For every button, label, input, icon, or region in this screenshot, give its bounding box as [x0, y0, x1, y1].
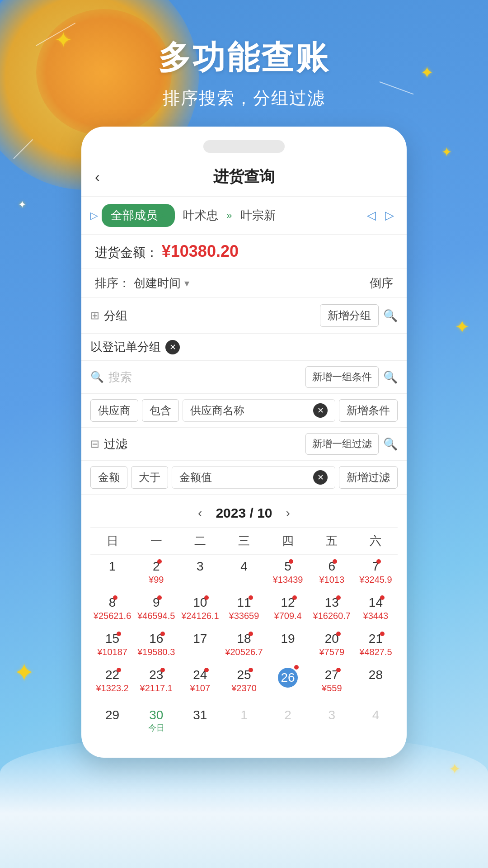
calendar-day[interactable]: 1	[90, 555, 134, 591]
next-member-button[interactable]: ▷	[381, 207, 398, 224]
day-amount: ¥7579	[319, 647, 344, 657]
calendar-day[interactable]: 11¥33659	[222, 591, 266, 627]
tab-member2[interactable]: 叶宗新	[236, 204, 280, 227]
condition-value-input[interactable]: 供应商名称 ✕	[183, 399, 335, 422]
phone-mockup: ‹ 进货查询 ▷ 全部成员 » 叶术忠 » 叶宗新 ◁ ▷ 进货金额： ¥103…	[81, 127, 407, 758]
day-dot	[160, 668, 165, 672]
all-members-label: 全部成员	[111, 208, 158, 223]
remove-group-tag-button[interactable]: ✕	[165, 340, 180, 354]
calendar-day[interactable]: 31	[178, 703, 222, 740]
day-number: 3	[328, 708, 335, 722]
calendar-day[interactable]: 7¥3245.9	[354, 555, 398, 591]
tab-all-members[interactable]: 全部成员 »	[102, 204, 175, 227]
calendar-day[interactable]: 8¥25621.6	[90, 591, 134, 627]
add-condition-group-button[interactable]: 新增一组条件	[305, 366, 379, 388]
day-number: 2	[153, 559, 160, 574]
star-icon-5: ✦	[455, 316, 470, 337]
day-number: 28	[369, 668, 383, 682]
group-search-icon[interactable]: 🔍	[383, 309, 398, 323]
calendar-day[interactable]: 9¥46594.5	[134, 591, 178, 627]
calendar-day[interactable]: 3	[178, 555, 222, 591]
day-dot	[292, 595, 297, 600]
back-button[interactable]: ‹	[95, 169, 100, 185]
day-number: 12	[281, 595, 295, 610]
day-amount: ¥20526.7	[225, 647, 263, 657]
calendar-day[interactable]: 4	[222, 555, 266, 591]
add-condition-button[interactable]: 新增条件	[339, 399, 398, 422]
calendar-day[interactable]: 6¥1013	[310, 555, 354, 591]
calendar-day[interactable]: 25¥2370	[222, 663, 266, 703]
prev-member-button[interactable]: ◁	[363, 207, 380, 224]
calendar-day[interactable]: 1	[222, 703, 266, 740]
day-number: 26	[278, 668, 298, 688]
filter-search-icon[interactable]: 🔍	[383, 437, 398, 451]
calendar-day[interactable]: 28	[354, 663, 398, 703]
remove-filter-button[interactable]: ✕	[313, 470, 328, 485]
filter-value-input[interactable]: 金额值 ✕	[172, 466, 335, 489]
sort-dropdown[interactable]: 排序： 创建时间 ▾	[95, 275, 370, 291]
calendar-day[interactable]: 12¥709.4	[266, 591, 310, 627]
calendar-day[interactable]: 18¥20526.7	[222, 627, 266, 663]
day-number: 25	[237, 668, 251, 682]
add-group-button[interactable]: 新增分组	[320, 304, 379, 327]
remove-condition-button[interactable]: ✕	[313, 403, 328, 418]
filter-label: 过滤	[104, 436, 301, 452]
member-tabs: ▷ 全部成员 » 叶术忠 » 叶宗新 ◁ ▷	[81, 197, 407, 235]
day-number: 11	[237, 595, 251, 610]
tab-member1[interactable]: 叶术忠	[178, 204, 223, 227]
day-dot	[113, 595, 117, 600]
calendar-day[interactable]: 21¥4827.5	[354, 627, 398, 663]
day-number: 4	[240, 559, 248, 574]
amount-row: 进货金额： ¥10380.20	[81, 235, 407, 269]
weekday-label: 一	[134, 528, 178, 554]
group-tag-row: 以登记单分组 ✕	[81, 334, 407, 361]
filter-field-chip[interactable]: 金额	[90, 466, 127, 489]
calendar-day[interactable]: 15¥10187	[90, 627, 134, 663]
calendar-weekdays: 日一二三四五六	[90, 528, 398, 555]
calendar-day[interactable]: 22¥1323.2	[90, 663, 134, 703]
prev-month-button[interactable]: ‹	[198, 506, 202, 520]
search-condition-icon[interactable]: 🔍	[383, 370, 398, 384]
add-filter-button[interactable]: 新增过滤	[339, 466, 398, 489]
calendar-day[interactable]: 14¥3443	[354, 591, 398, 627]
calendar-nav: ‹ 2023 / 10 ›	[90, 499, 398, 528]
calendar-day[interactable]: 13¥16260.7	[310, 591, 354, 627]
day-number: 5	[284, 559, 291, 574]
calendar-day[interactable]: 10¥24126.1	[178, 591, 222, 627]
sort-field: 创建时间	[134, 275, 181, 291]
filter-condition-row: 金额 大于 金额值 ✕ 新增过滤	[81, 461, 407, 495]
calendar-day[interactable]: 19	[266, 627, 310, 663]
calendar-day[interactable]: 26¥10380.2	[266, 663, 310, 703]
filter-operator-chip[interactable]: 大于	[131, 466, 168, 489]
calendar-day[interactable]: 2	[266, 703, 310, 740]
sort-order[interactable]: 倒序	[370, 275, 393, 291]
calendar-day[interactable]: 30今日	[134, 703, 178, 740]
condition-supplier-chip[interactable]: 供应商	[90, 399, 138, 422]
weekday-label: 三	[222, 528, 266, 554]
day-number: 6	[328, 559, 335, 574]
condition-value-text: 供应商名称	[190, 403, 244, 418]
calendar-days[interactable]: 12¥99345¥134396¥10137¥3245.98¥25621.69¥4…	[90, 555, 398, 740]
calendar-day[interactable]: 20¥7579	[310, 627, 354, 663]
calendar-day[interactable]: 3	[310, 703, 354, 740]
calendar-day[interactable]: 16¥19580.3	[134, 627, 178, 663]
double-arrow-icon-2: »	[226, 210, 232, 222]
calendar-day[interactable]: 4	[354, 703, 398, 740]
calendar-day[interactable]: 24¥107	[178, 663, 222, 703]
calendar-day[interactable]: 29	[90, 703, 134, 740]
day-number: 31	[193, 708, 207, 722]
day-number: 23	[149, 668, 163, 682]
day-amount: ¥3245.9	[359, 575, 392, 585]
calendar-day[interactable]: 5¥13439	[266, 555, 310, 591]
add-filter-group-button[interactable]: 新增一组过滤	[305, 433, 379, 455]
amount-value: ¥10380.20	[162, 242, 239, 260]
search-input[interactable]: 搜索	[108, 369, 301, 385]
condition-contains-chip[interactable]: 包含	[142, 399, 179, 422]
day-number: 24	[193, 668, 207, 682]
calendar-day[interactable]: 2¥99	[134, 555, 178, 591]
calendar-day[interactable]: 23¥2117.1	[134, 663, 178, 703]
group-row: ⊞ 分组 新增分组 🔍	[81, 298, 407, 334]
next-month-button[interactable]: ›	[286, 506, 290, 520]
calendar-day[interactable]: 27¥559	[310, 663, 354, 703]
calendar-day[interactable]: 17	[178, 627, 222, 663]
